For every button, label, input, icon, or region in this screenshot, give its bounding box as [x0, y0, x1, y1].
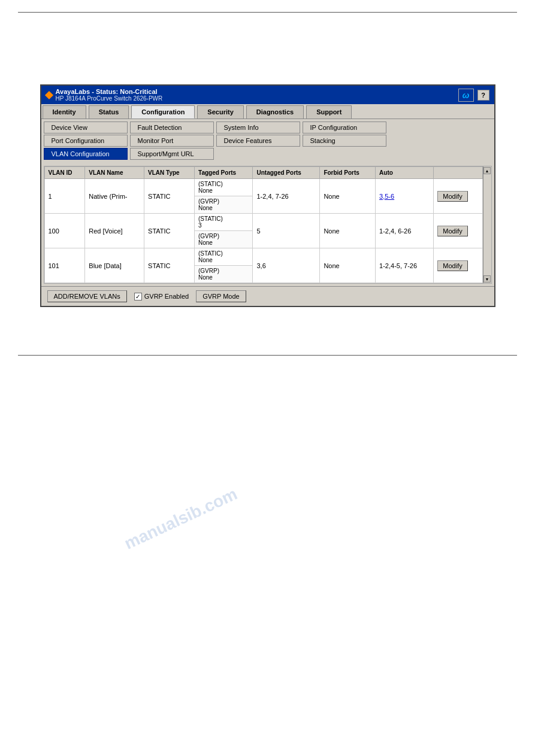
untagged-ports-100: 5	[253, 214, 320, 248]
modify-cell-100: Modify	[434, 214, 482, 248]
submenu-row-2: Port Configuration Monitor Port Device F…	[44, 135, 492, 147]
table-scroll-area: VLAN ID VLAN Name VLAN Type Tagged Ports…	[44, 166, 483, 283]
submenu-stacking[interactable]: Stacking	[303, 135, 386, 147]
tab-configuration[interactable]: Configuration	[131, 105, 195, 119]
col-tagged-ports: Tagged Ports	[195, 167, 253, 179]
modify-cell-101: Modify	[434, 248, 482, 283]
tagged-gvrp-1: (GVRP) None	[195, 196, 253, 214]
submenu-system-info[interactable]: System Info	[216, 122, 300, 133]
vlan-type-101: STATIC	[144, 248, 195, 283]
vlan-name-101: Blue [Data]	[85, 248, 144, 283]
hp-logo: ω	[458, 89, 474, 102]
untagged-ports-1: 1-2,4, 7-26	[253, 179, 320, 214]
col-vlan-type: VLAN Type	[144, 167, 195, 179]
col-vlan-id: VLAN ID	[44, 167, 85, 179]
vlan-type-1: STATIC	[144, 179, 195, 214]
untagged-ports-101: 3,6	[253, 248, 320, 283]
tagged-gvrp-100: (GVRP) None	[195, 231, 253, 248]
submenu-fault-detection[interactable]: Fault Detection	[130, 122, 214, 133]
tab-support[interactable]: Support	[306, 105, 352, 119]
tagged-static-101: (STATIC) None	[195, 248, 253, 266]
modify-button-101[interactable]: Modify	[437, 260, 467, 271]
submenu-monitor-port[interactable]: Monitor Port	[130, 135, 214, 147]
submenu-area: Device View Fault Detection System Info …	[41, 119, 494, 163]
col-vlan-name: VLAN Name	[85, 167, 144, 179]
table-row: 101 Blue [Data] STATIC (STATIC) None 3,6…	[44, 248, 482, 266]
vlan-name-1: Native (Prim-	[85, 179, 144, 214]
window-subtitle: HP J8164A ProCurve Switch 2626-PWR	[56, 95, 163, 102]
vlan-id-100: 100	[44, 214, 85, 248]
submenu-device-view[interactable]: Device View	[44, 122, 128, 133]
title-bar: AvayaLabs - Status: Non-Critical HP J816…	[41, 86, 494, 104]
auto-101: 1-2,4-5, 7-26	[376, 248, 434, 283]
forbid-ports-100: None	[320, 214, 376, 248]
modify-cell-1: Modify	[434, 179, 482, 214]
tagged-static-100: (STATIC) 3	[195, 214, 253, 231]
col-untagged-ports: Untagged Ports	[253, 167, 320, 179]
scroll-down-arrow[interactable]: ▼	[483, 275, 491, 283]
auto-1[interactable]: 3,5-6	[376, 179, 434, 214]
watermark: manualsib.com	[122, 484, 240, 553]
nav-tabs: Identity Status Configuration Security D…	[41, 104, 494, 119]
vertical-scrollbar[interactable]: ▲ ▼	[483, 166, 491, 283]
gvrp-enabled-checkbox[interactable]: ✓	[134, 293, 142, 300]
add-remove-vlans-button[interactable]: ADD/REMOVE VLANs	[47, 290, 127, 302]
tab-status[interactable]: Status	[89, 105, 129, 119]
submenu-support-mgmt-url[interactable]: Support/Mgmt URL	[130, 148, 214, 160]
vlan-id-1: 1	[44, 179, 85, 214]
scroll-up-arrow[interactable]: ▲	[483, 167, 491, 174]
submenu-row-1: Device View Fault Detection System Info …	[44, 122, 492, 133]
forbid-ports-101: None	[320, 248, 376, 283]
table-header-row: VLAN ID VLAN Name VLAN Type Tagged Ports…	[44, 167, 482, 179]
switch-window: AvayaLabs - Status: Non-Critical HP J816…	[40, 84, 495, 307]
tab-identity[interactable]: Identity	[43, 105, 86, 119]
table-row: 1 Native (Prim- STATIC (STATIC) None 1-2…	[44, 179, 482, 196]
bottom-bar: ADD/REMOVE VLANs ✓ GVRP Enabled GVRP Mod…	[41, 286, 494, 306]
modify-button-100[interactable]: Modify	[437, 226, 467, 236]
col-auto: Auto	[376, 167, 434, 179]
tagged-static-1: (STATIC) None	[195, 179, 253, 196]
submenu-vlan-configuration[interactable]: VLAN Configuration	[44, 148, 128, 160]
col-forbid-ports: Forbid Ports	[320, 167, 376, 179]
vlan-id-101: 101	[44, 248, 85, 283]
table-row: 100 Red [Voice] STATIC (STATIC) 3 5 None…	[44, 214, 482, 231]
title-bar-left: AvayaLabs - Status: Non-Critical HP J816…	[46, 88, 163, 102]
title-bar-right: ω ?	[458, 89, 489, 102]
tab-security[interactable]: Security	[197, 105, 243, 119]
col-actions	[434, 167, 482, 179]
gvrp-enabled-area: ✓ GVRP Enabled	[134, 293, 189, 300]
submenu-device-features[interactable]: Device Features	[216, 135, 300, 147]
window-title: AvayaLabs - Status: Non-Critical	[56, 88, 163, 95]
vlan-table: VLAN ID VLAN Name VLAN Type Tagged Ports…	[44, 166, 483, 283]
modify-button-1[interactable]: Modify	[437, 191, 467, 202]
forbid-ports-1: None	[320, 179, 376, 214]
submenu-ip-configuration[interactable]: IP Configuration	[303, 122, 386, 133]
vlan-name-100: Red [Voice]	[85, 214, 144, 248]
tab-diagnostics[interactable]: Diagnostics	[246, 105, 304, 119]
tagged-gvrp-101: (GVRP) None	[195, 266, 253, 283]
status-diamond-icon	[44, 90, 53, 99]
auto-100: 1-2,4, 6-26	[376, 214, 434, 248]
gvrp-mode-button[interactable]: GVRP Mode	[196, 290, 246, 302]
content-area: VLAN ID VLAN Name VLAN Type Tagged Ports…	[44, 166, 492, 284]
table-with-scroll: VLAN ID VLAN Name VLAN Type Tagged Ports…	[44, 166, 491, 283]
submenu-port-configuration[interactable]: Port Configuration	[44, 135, 128, 147]
vlan-type-100: STATIC	[144, 214, 195, 248]
help-button[interactable]: ?	[477, 90, 489, 101]
submenu-row-3: VLAN Configuration Support/Mgmt URL	[44, 148, 492, 160]
gvrp-enabled-label: GVRP Enabled	[144, 293, 189, 300]
